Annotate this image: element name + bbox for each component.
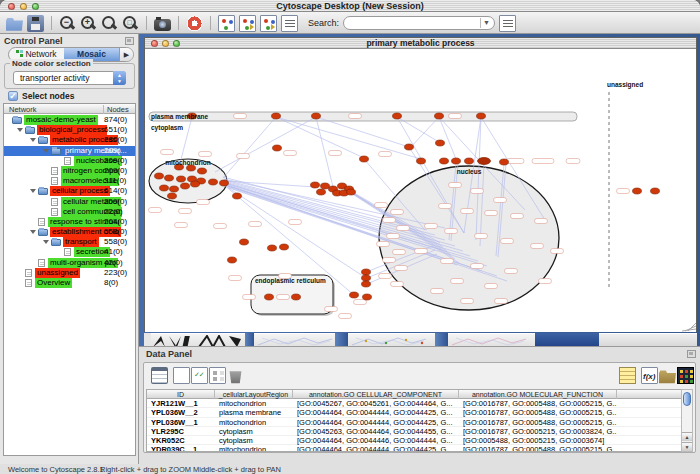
- chevron-down-icon[interactable]: ▼: [480, 18, 492, 28]
- notepad-icon[interactable]: [619, 367, 636, 384]
- scrollbar-thumb[interactable]: [683, 392, 691, 406]
- network-node[interactable]: [435, 113, 444, 119]
- tree-row[interactable]: response to stimulu264(0): [4, 217, 135, 227]
- new-page-icon[interactable]: [173, 367, 190, 384]
- zoom-fit-icon[interactable]: [122, 15, 139, 32]
- network-node[interactable]: [265, 294, 274, 300]
- network-node[interactable]: [633, 188, 642, 194]
- scroll-up-button[interactable]: ▲: [682, 432, 692, 441]
- unselect-attr-icon[interactable]: [209, 367, 226, 384]
- network-edge[interactable]: [409, 117, 439, 149]
- network-node[interactable]: [168, 193, 177, 199]
- tree-row[interactable]: mosaic-demo-yeast874(0): [4, 115, 135, 125]
- tree-row-label[interactable]: biological_process: [37, 125, 107, 135]
- network-node[interactable]: [233, 193, 242, 199]
- annotation-icon[interactable]: [281, 15, 298, 32]
- tree-row[interactable]: cellular process614(0): [4, 186, 135, 196]
- network-node[interactable]: [273, 145, 282, 151]
- search-config-icon[interactable]: [499, 15, 516, 32]
- zoom-in-icon[interactable]: [80, 15, 97, 32]
- background-window-fragment[interactable]: [448, 333, 535, 346]
- background-window-fragment[interactable]: [599, 333, 697, 346]
- search-input[interactable]: ▼: [343, 16, 495, 30]
- network-node[interactable]: [165, 175, 174, 181]
- tree-row[interactable]: transport558(0): [4, 237, 135, 247]
- float-panel-icon[interactable]: [125, 37, 134, 45]
- plasma-membrane-region[interactable]: [149, 112, 577, 121]
- tree-row[interactable]: secretion41(0): [4, 247, 135, 257]
- network-node[interactable]: [177, 176, 186, 182]
- tree-row[interactable]: nitrogen compo209(0): [4, 166, 135, 176]
- network-node[interactable]: [280, 244, 289, 250]
- tree-row[interactable]: establishment of lo558(0): [4, 227, 135, 237]
- network-node[interactable]: [477, 113, 486, 119]
- network-node[interactable]: [405, 144, 414, 150]
- tree-col-nodes[interactable]: Nodes: [103, 105, 129, 114]
- float-panel-icon[interactable]: [687, 350, 696, 358]
- network-node[interactable]: [465, 158, 474, 164]
- disclosure-triangle-icon[interactable]: [30, 189, 36, 193]
- heatmap-icon[interactable]: [677, 367, 694, 384]
- column-header[interactable]: annotation.GO CELLULAR_COMPONENT: [293, 390, 459, 399]
- network-node[interactable]: [209, 179, 218, 185]
- table-row[interactable]: YJR121W__1mitochondrion[GO:0045267, GO:0…: [147, 399, 681, 408]
- network-edge[interactable]: [223, 117, 276, 178]
- network-node[interactable]: [321, 183, 330, 189]
- network-node[interactable]: [220, 180, 229, 186]
- tree-row[interactable]: nucleobase-209(0): [4, 156, 135, 166]
- network-node[interactable]: [347, 189, 356, 195]
- network-node[interactable]: [452, 158, 461, 164]
- import-folder-icon[interactable]: [659, 367, 676, 384]
- network-node[interactable]: [240, 239, 249, 245]
- network-node[interactable]: [272, 113, 281, 119]
- tree-row[interactable]: unassigned223(0): [4, 268, 135, 278]
- tree-row[interactable]: primary metabo209(...: [4, 146, 135, 156]
- tree-row-label[interactable]: cellular process: [50, 186, 110, 196]
- background-window-fragment[interactable]: [245, 333, 254, 346]
- background-window-fragment[interactable]: [348, 333, 435, 346]
- network-node[interactable]: [160, 185, 169, 191]
- save-icon[interactable]: [27, 15, 44, 32]
- table-row[interactable]: YPL036W__2plasma membrane[GO:0044464, GO…: [147, 408, 681, 417]
- table-row[interactable]: YPL036W__1mitochondrion[GO:0044464, GO:0…: [147, 418, 681, 427]
- tree-row[interactable]: cellular metabol209(0): [4, 197, 135, 207]
- network-node[interactable]: [436, 140, 445, 146]
- tree-row-label[interactable]: mosaic-demo-yeast: [24, 115, 98, 125]
- network-node[interactable]: [500, 159, 509, 165]
- tree-row[interactable]: Overview8(0): [4, 278, 135, 288]
- network-node[interactable]: [360, 156, 369, 162]
- nucleus-region[interactable]: [379, 166, 559, 310]
- network-edge[interactable]: [276, 117, 421, 159]
- help-icon[interactable]: [186, 15, 203, 32]
- zoom-out-icon[interactable]: [59, 15, 76, 32]
- network-node[interactable]: [362, 281, 371, 287]
- disclosure-triangle-icon[interactable]: [43, 149, 49, 153]
- tree-col-network[interactable]: Network: [9, 105, 37, 114]
- network-node[interactable]: [362, 275, 371, 281]
- network-node[interactable]: [228, 257, 237, 263]
- camera-icon[interactable]: [154, 19, 171, 31]
- network-node[interactable]: [350, 292, 359, 298]
- network-node[interactable]: [311, 182, 320, 188]
- attribute-table[interactable]: ID_cellularLayoutRegionannotation.GO CEL…: [146, 389, 682, 452]
- network-node[interactable]: [440, 158, 449, 164]
- dropdown-stepper-icon[interactable]: ▲▼: [113, 71, 126, 85]
- tree-row[interactable]: biological_process651(0): [4, 125, 135, 135]
- network-node[interactable]: [191, 181, 200, 187]
- table-row[interactable]: YDR039C__1mitochondrion[GO:0044464, GO:0…: [147, 445, 681, 452]
- column-header[interactable]: _cellularLayoutRegion: [215, 390, 293, 399]
- background-window-fragment[interactable]: [254, 333, 335, 346]
- network-node[interactable]: [198, 168, 207, 174]
- column-header[interactable]: ID: [147, 390, 215, 399]
- tree-row[interactable]: cell communicat22(0): [4, 207, 135, 217]
- vizmapper-icon[interactable]: [218, 15, 235, 32]
- network-edge[interactable]: [224, 185, 366, 278]
- network-node[interactable]: [317, 189, 326, 195]
- disclosure-triangle-icon[interactable]: [30, 230, 36, 234]
- node-color-dropdown[interactable]: transporter activity ▲▼: [13, 71, 126, 85]
- network-node[interactable]: [312, 113, 321, 119]
- network-edge[interactable]: [215, 117, 316, 172]
- disclosure-triangle-icon[interactable]: [30, 138, 36, 142]
- tree-row[interactable]: metabolic process280(0): [4, 135, 135, 145]
- network-node[interactable]: [363, 294, 372, 300]
